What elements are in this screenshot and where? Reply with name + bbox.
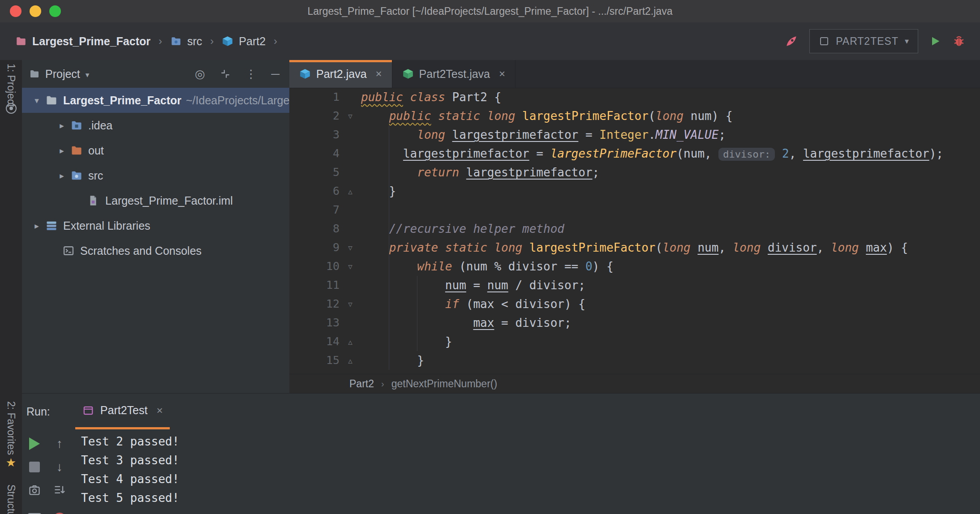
fold-marker-icon[interactable] bbox=[340, 219, 361, 238]
code-line[interactable]: 1 public class Part2 { bbox=[289, 88, 980, 107]
code-token: 0 bbox=[585, 260, 593, 273]
fold-marker-icon[interactable] bbox=[340, 163, 361, 182]
breadcrumb: Largest_Prime_Factor › src › Part2 › bbox=[15, 22, 281, 60]
code-token: num) { bbox=[683, 109, 733, 123]
code-line[interactable]: 8 //recursive helper method bbox=[289, 219, 980, 238]
code-token: } bbox=[361, 354, 424, 367]
mute-breakpoints-icon[interactable] bbox=[53, 501, 66, 514]
run-controls: PART2TEST ▾ ⋮ bbox=[784, 22, 977, 60]
tree-item[interactable]: ▾ Largest_Prime_Factor ~/IdeaProjects/La… bbox=[22, 88, 289, 113]
close-icon[interactable]: × bbox=[376, 68, 382, 80]
fold-marker-icon[interactable]: ▿ bbox=[340, 238, 361, 257]
sidebar-item-favorites[interactable]: 2: Favorites bbox=[5, 401, 17, 455]
code-token bbox=[859, 241, 866, 254]
breadcrumb-separator: › bbox=[210, 35, 214, 47]
code-text: private static long largestPrimeFactor(l… bbox=[361, 238, 980, 257]
run-button[interactable] bbox=[929, 35, 941, 47]
scroll-to-end-icon[interactable] bbox=[53, 484, 66, 497]
restore-layout-icon[interactable] bbox=[28, 501, 41, 514]
tool-window-stripe-icon[interactable] bbox=[6, 103, 17, 114]
editor-tab[interactable]: Part2Test.java × bbox=[392, 60, 516, 88]
code-line[interactable]: 11 num = num / divisor; bbox=[289, 276, 980, 295]
breadcrumb-method-item[interactable]: getNextPrimeNumber() bbox=[391, 378, 497, 390]
code-token: } bbox=[361, 335, 452, 348]
breadcrumb-class-item[interactable]: Part2 bbox=[349, 378, 374, 390]
fold-marker-icon[interactable] bbox=[340, 313, 361, 332]
code-token: class bbox=[410, 90, 445, 104]
arrow-down-icon[interactable]: ↓ bbox=[56, 460, 63, 474]
code-line[interactable]: 2 ▿ public static long largestPrimeFacto… bbox=[289, 107, 980, 125]
favorites-star-icon[interactable]: ★ bbox=[6, 456, 16, 470]
project-tree: ▾ Largest_Prime_Factor ~/IdeaProjects/La… bbox=[22, 88, 289, 263]
overflow-icon[interactable]: ⋮ bbox=[976, 34, 980, 49]
code-line[interactable]: 6 ▵ } bbox=[289, 182, 980, 201]
fold-marker-icon[interactable] bbox=[340, 144, 361, 163]
stop-button[interactable] bbox=[29, 462, 40, 472]
run-tab[interactable]: Part2Test × bbox=[75, 394, 170, 429]
close-icon[interactable]: × bbox=[499, 68, 505, 80]
close-window-button[interactable] bbox=[10, 5, 21, 17]
fold-marker-icon[interactable] bbox=[340, 201, 361, 219]
fold-marker-icon[interactable] bbox=[340, 276, 361, 295]
fold-marker-icon[interactable] bbox=[340, 125, 361, 144]
sidebar-item-structure[interactable]: Structure bbox=[5, 484, 17, 514]
run-panel-body: ↑ ↓ Test 2 passed! Test 3 passed! bbox=[22, 429, 980, 514]
run-configuration-name: PART2TEST bbox=[836, 35, 898, 47]
chevron-icon[interactable]: ▸ bbox=[53, 120, 70, 131]
chevron-icon[interactable]: ▸ bbox=[53, 146, 70, 156]
fold-marker-icon[interactable]: ▿ bbox=[340, 295, 361, 313]
hide-panel-icon[interactable]: ─ bbox=[271, 68, 279, 80]
code-token bbox=[487, 241, 494, 254]
code-line[interactable]: 9 ▿ private static long largestPrimeFact… bbox=[289, 238, 980, 257]
tree-item[interactable]: ▸ .idea bbox=[22, 113, 289, 138]
tree-item[interactable]: ▸ External Libraries bbox=[22, 213, 289, 238]
zoom-window-button[interactable] bbox=[49, 5, 61, 17]
arrow-up-icon[interactable]: ↑ bbox=[56, 437, 63, 451]
chevron-icon[interactable]: ▾ bbox=[28, 95, 45, 106]
more-options-icon[interactable]: ⋮ bbox=[245, 68, 257, 80]
code-editor[interactable]: 1 public class Part2 { 2 ▿ public static… bbox=[289, 88, 980, 374]
code-line[interactable]: 5 return largestprimefactor; bbox=[289, 163, 980, 182]
chevron-icon[interactable]: ▸ bbox=[28, 221, 45, 231]
tree-item-label: Largest_Prime_Factor bbox=[63, 94, 181, 107]
code-line[interactable]: 4 largestprimefactor = largestPrimeFacto… bbox=[289, 144, 980, 163]
run-console[interactable]: Test 2 passed! Test 3 passed! Test 4 pas… bbox=[72, 429, 980, 514]
rerun-button[interactable] bbox=[29, 437, 40, 450]
fold-marker-icon[interactable]: ▵ bbox=[340, 332, 361, 351]
breadcrumb-class[interactable]: Part2 bbox=[222, 35, 266, 48]
tree-item[interactable]: ▸ src bbox=[22, 163, 289, 188]
console-output-line: Test 2 passed! bbox=[81, 432, 980, 451]
code-token: ) { bbox=[593, 260, 614, 273]
code-line[interactable]: 10 ▿ while (num % divisor == 0) { bbox=[289, 257, 980, 276]
breadcrumb-project[interactable]: Largest_Prime_Factor bbox=[15, 35, 150, 48]
code-line[interactable]: 12 ▿ if (max < divisor) { bbox=[289, 295, 980, 313]
editor-tab[interactable]: Part2.java × bbox=[289, 60, 392, 88]
fold-marker-icon[interactable]: ▿ bbox=[340, 257, 361, 276]
chevron-icon[interactable]: ▸ bbox=[53, 171, 70, 181]
sidebar-item-project[interactable]: 1: Project bbox=[5, 64, 17, 107]
code-line[interactable]: 14 ▵ } bbox=[289, 332, 980, 351]
camera-icon[interactable] bbox=[28, 484, 41, 497]
profiler-rocket-icon[interactable] bbox=[784, 34, 799, 48]
fold-marker-icon[interactable]: ▵ bbox=[340, 351, 361, 370]
code-line[interactable]: 7 bbox=[289, 201, 980, 219]
tree-item[interactable]: ▸ out bbox=[22, 138, 289, 163]
tree-item[interactable]: Scratches and Consoles bbox=[22, 238, 289, 263]
debug-bug-icon[interactable] bbox=[952, 34, 966, 48]
close-icon[interactable]: × bbox=[156, 404, 163, 417]
fold-marker-icon[interactable]: ▿ bbox=[340, 107, 361, 125]
code-token: if bbox=[445, 297, 459, 311]
project-view-selector[interactable]: Project bbox=[45, 68, 80, 81]
breadcrumb-src[interactable]: src bbox=[170, 35, 202, 48]
run-configuration-selector[interactable]: PART2TEST ▾ bbox=[809, 29, 918, 53]
minimize-window-button[interactable] bbox=[30, 5, 41, 17]
fold-marker-icon[interactable]: ▵ bbox=[340, 182, 361, 201]
fold-marker-icon[interactable] bbox=[340, 88, 361, 107]
line-number: 11 bbox=[289, 276, 340, 295]
locate-file-icon[interactable]: ◎ bbox=[195, 68, 205, 80]
tree-item[interactable]: Largest_Prime_Factor.iml bbox=[22, 188, 289, 213]
code-line[interactable]: 3 long largestprimefactor = Integer.MIN_… bbox=[289, 125, 980, 144]
code-line[interactable]: 13 max = divisor; bbox=[289, 313, 980, 332]
code-line[interactable]: 15 ▵ } bbox=[289, 351, 980, 370]
collapse-all-icon[interactable] bbox=[219, 68, 231, 80]
